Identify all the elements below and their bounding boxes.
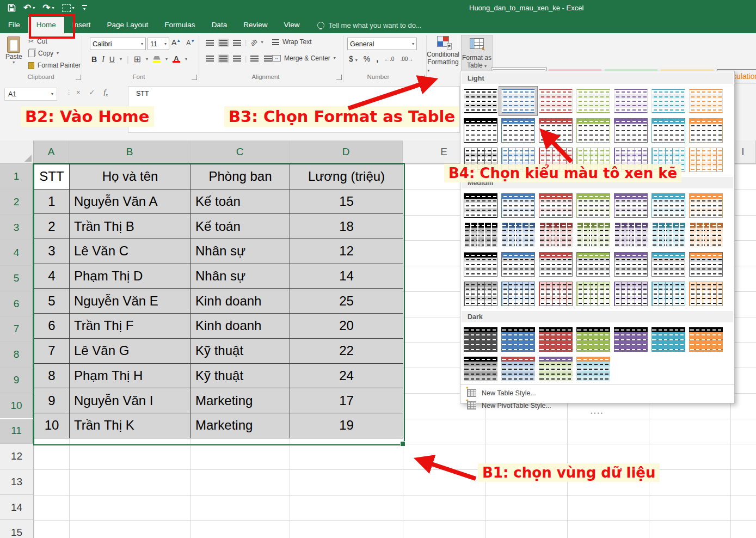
data-cell[interactable]: Kế toán xyxy=(191,189,290,214)
tell-me-box[interactable]: Tell me what you want to do... xyxy=(308,17,421,33)
table-style-thumbnail[interactable] xyxy=(576,118,610,143)
table-style-thumbnail[interactable] xyxy=(689,193,723,218)
table-style-thumbnail[interactable] xyxy=(464,193,497,218)
save-icon[interactable] xyxy=(8,4,16,12)
data-cell[interactable]: Trần Thị F xyxy=(70,314,191,339)
table-style-thumbnail[interactable] xyxy=(539,252,573,277)
table-style-thumbnail[interactable] xyxy=(651,89,685,113)
table-style-thumbnail[interactable] xyxy=(464,327,497,352)
row-header-3[interactable]: 3 xyxy=(0,215,34,241)
data-cell[interactable]: 24 xyxy=(290,363,403,388)
header-cell[interactable]: Họ và tên xyxy=(70,164,191,189)
row-header-2[interactable]: 2 xyxy=(0,189,34,215)
table-style-thumbnail[interactable] xyxy=(464,118,497,143)
table-style-thumbnail[interactable] xyxy=(539,357,573,381)
table-style-thumbnail[interactable] xyxy=(501,118,535,143)
table-style-thumbnail[interactable] xyxy=(501,252,535,277)
tab-insert[interactable]: Insert xyxy=(64,17,99,33)
table-style-thumbnail[interactable] xyxy=(464,223,497,247)
select-all-corner[interactable] xyxy=(0,140,34,164)
number-format-combo[interactable]: General▾ xyxy=(347,38,417,50)
table-style-thumbnail[interactable] xyxy=(464,282,497,306)
table-style-thumbnail[interactable] xyxy=(651,118,685,143)
table-style-thumbnail[interactable] xyxy=(614,193,648,218)
table-style-thumbnail[interactable] xyxy=(539,282,573,306)
table-style-thumbnail[interactable] xyxy=(539,327,573,352)
font-name-combo[interactable]: Calibri▾ xyxy=(90,38,146,50)
font-color-button[interactable]: A xyxy=(173,56,180,63)
table-style-thumbnail[interactable] xyxy=(501,327,535,352)
data-cell[interactable]: Nhân sự xyxy=(191,239,290,264)
alignment-dialog-launcher[interactable] xyxy=(336,75,342,80)
table-style-thumbnail[interactable] xyxy=(689,282,723,306)
data-cell[interactable]: 4 xyxy=(34,264,70,289)
fill-color-button[interactable] xyxy=(153,56,161,63)
data-cell[interactable]: Phạm Thị D xyxy=(70,264,191,289)
new-pivottable-style-item[interactable]: New PivotTable Style... xyxy=(460,399,734,412)
panel-resize-grip[interactable]: •••• xyxy=(460,412,734,415)
copy-button[interactable]: Copy ▾ xyxy=(28,50,59,57)
table-style-thumbnail[interactable] xyxy=(689,327,723,352)
table-style-thumbnail[interactable] xyxy=(689,118,723,143)
cut-button[interactable]: ✂Cut xyxy=(28,38,47,45)
align-top-icon[interactable] xyxy=(204,39,216,47)
align-left-icon[interactable] xyxy=(204,54,216,63)
data-cell[interactable]: 19 xyxy=(290,413,403,438)
table-style-thumbnail[interactable] xyxy=(576,327,610,352)
font-size-combo[interactable]: 11▾ xyxy=(147,38,169,50)
data-cell[interactable]: Nguyễn Văn E xyxy=(70,289,191,314)
tab-page-layout[interactable]: Page Layout xyxy=(99,17,157,33)
enter-icon[interactable]: ✓ xyxy=(89,88,95,96)
tab-review[interactable]: Review xyxy=(235,17,275,33)
tab-home[interactable]: Home xyxy=(28,17,64,33)
column-header-A[interactable]: A xyxy=(34,140,69,164)
redo-button[interactable]: ↷▾ xyxy=(42,2,54,14)
row-header-7[interactable]: 7 xyxy=(0,317,34,343)
increase-font-icon[interactable]: A▲ xyxy=(171,38,181,47)
row-header-1[interactable]: 1 xyxy=(0,164,34,189)
paste-button[interactable]: Paste ▾ xyxy=(5,36,22,65)
percent-style-icon[interactable]: % xyxy=(364,54,370,63)
data-cell[interactable]: 1 xyxy=(34,189,70,214)
row-header-13[interactable]: 13 xyxy=(0,469,34,495)
conditional-formatting-button[interactable]: ≠ Conditional Formatting ▾ xyxy=(429,36,457,74)
customize-qat-button[interactable]: ▾ xyxy=(82,5,87,11)
align-bottom-icon[interactable] xyxy=(231,39,243,47)
new-table-style-item[interactable]: New Table Style... xyxy=(460,387,734,399)
table-style-thumbnail[interactable] xyxy=(501,357,535,381)
qat-table-button[interactable]: ▾ xyxy=(62,4,75,12)
data-cell[interactable]: 7 xyxy=(34,338,70,363)
table-style-thumbnail[interactable] xyxy=(651,282,685,306)
data-cell[interactable]: Lê Văn C xyxy=(70,239,191,264)
table-style-thumbnail[interactable] xyxy=(689,89,723,113)
data-cell[interactable]: Phạm Thị H xyxy=(70,363,191,388)
increase-decimal-icon[interactable]: ←.0 xyxy=(384,56,394,62)
header-cell[interactable]: Lương (triệu) xyxy=(290,164,403,189)
table-style-thumbnail[interactable] xyxy=(614,327,648,352)
data-cell[interactable]: Nguyễn Văn A xyxy=(70,189,191,214)
tab-view[interactable]: View xyxy=(275,17,308,33)
insert-function-icon[interactable]: fx xyxy=(104,88,108,97)
column-header-B[interactable]: B xyxy=(69,140,190,164)
header-cell[interactable]: Phòng ban xyxy=(191,164,290,189)
data-cell[interactable]: 20 xyxy=(290,314,403,339)
column-header-C[interactable]: C xyxy=(190,140,290,164)
table-style-thumbnail[interactable] xyxy=(651,252,685,277)
table-style-thumbnail[interactable] xyxy=(689,148,723,172)
wrap-text-button[interactable]: Wrap Text xyxy=(272,38,312,46)
data-cell[interactable]: 5 xyxy=(34,289,70,314)
data-cell[interactable]: 25 xyxy=(290,289,403,314)
table-style-thumbnail[interactable] xyxy=(614,118,648,143)
decrease-decimal-icon[interactable]: .00→ xyxy=(400,56,413,62)
cancel-icon[interactable]: × xyxy=(76,88,81,96)
accounting-format-icon[interactable]: $ ▾ xyxy=(349,54,358,63)
data-cell[interactable]: 17 xyxy=(290,388,403,413)
table-style-thumbnail[interactable] xyxy=(464,89,497,113)
row-header-11[interactable]: 11 xyxy=(0,419,34,444)
table-style-thumbnail[interactable] xyxy=(539,223,573,247)
data-cell[interactable]: Trần Thị B xyxy=(70,214,191,239)
table-style-thumbnail[interactable] xyxy=(576,89,610,113)
table-style-thumbnail[interactable] xyxy=(614,282,648,306)
header-cell[interactable]: STT xyxy=(34,164,70,189)
row-header-5[interactable]: 5 xyxy=(0,266,34,291)
